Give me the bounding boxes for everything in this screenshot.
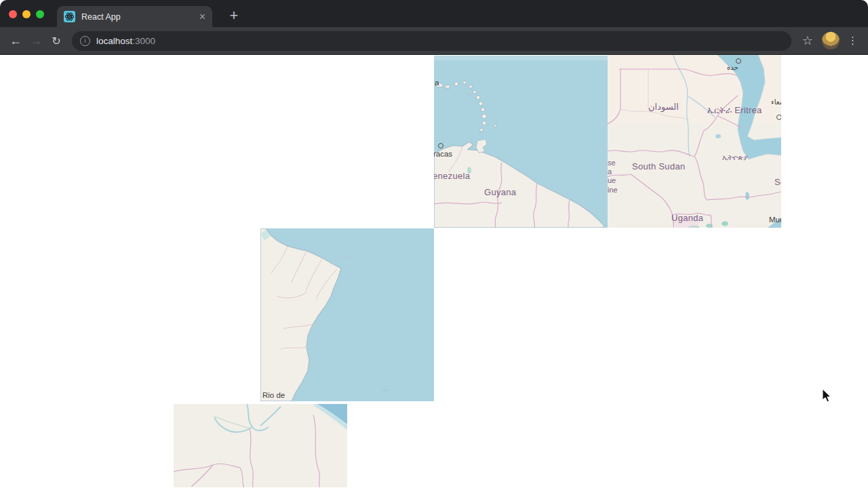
react-favicon-icon xyxy=(64,11,75,22)
forward-icon: → xyxy=(26,34,46,48)
tab-title: React App xyxy=(81,12,193,22)
reload-icon[interactable]: ↻ xyxy=(46,35,66,47)
new-tab-button[interactable]: + xyxy=(224,6,243,25)
tab-strip: React App × + xyxy=(0,0,868,27)
tab-react-app[interactable]: React App × xyxy=(57,6,212,27)
page-content: aracasenezuelaGuyana xyxy=(0,55,868,487)
address-bar[interactable]: i localhost:3000 xyxy=(72,31,791,51)
map-tile-caribbean[interactable]: aracasenezuelaGuyana xyxy=(434,56,608,228)
profile-avatar[interactable] xyxy=(822,32,840,49)
map-tile-amazon[interactable] xyxy=(174,404,347,487)
minimize-window-button[interactable] xyxy=(22,10,31,18)
close-window-button[interactable] xyxy=(9,10,17,18)
browser-window: React App × + ← → ↻ i localhost:3000 ☆ ⋮ xyxy=(0,0,868,488)
tab-close-icon[interactable]: × xyxy=(199,12,205,22)
site-info-icon[interactable]: i xyxy=(80,36,90,46)
browser-menu-icon[interactable]: ⋮ xyxy=(848,35,858,47)
window-controls xyxy=(9,10,44,18)
browser-toolbar: ← → ↻ i localhost:3000 ☆ ⋮ xyxy=(0,27,868,55)
back-icon[interactable]: ← xyxy=(5,34,26,48)
url-text[interactable]: localhost:3000 xyxy=(96,36,155,46)
mouse-cursor xyxy=(822,388,833,403)
url-host: localhost xyxy=(96,36,132,46)
bookmark-star-icon[interactable]: ☆ xyxy=(802,33,813,48)
map-tile-sudan[interactable]: جدةصنعاءالسودانኤርትራ EritreaኢትዮጵያSouth Su… xyxy=(608,55,781,228)
url-port: :3000 xyxy=(132,36,155,46)
map-tile-brazil-coast[interactable]: Rio de xyxy=(260,228,434,401)
fullscreen-window-button[interactable] xyxy=(36,10,44,18)
